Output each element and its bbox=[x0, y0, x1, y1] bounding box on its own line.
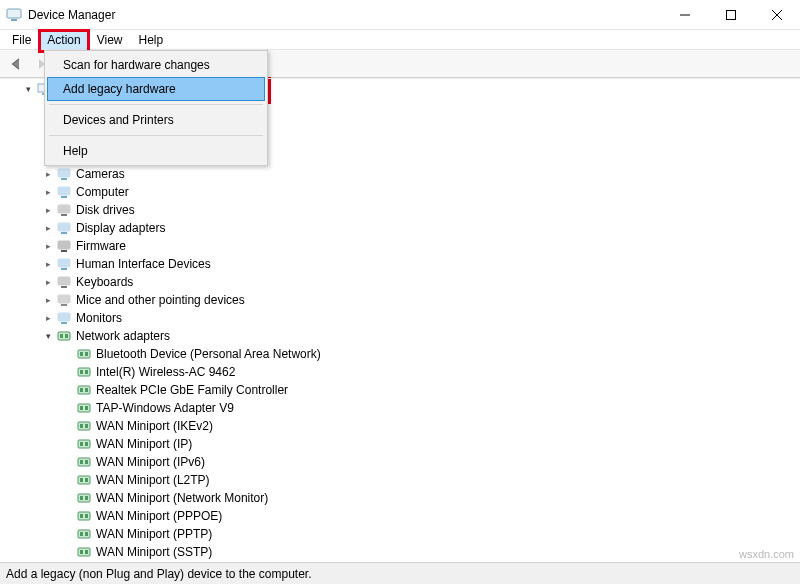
tree-device[interactable]: ▸TAP-Windows Adapter V9 bbox=[0, 399, 800, 417]
svg-rect-19 bbox=[61, 268, 67, 270]
svg-rect-20 bbox=[58, 277, 70, 285]
device-label: TAP-Windows Adapter V9 bbox=[96, 401, 234, 415]
device-label: WAN Miniport (IKEv2) bbox=[96, 419, 213, 433]
svg-rect-43 bbox=[85, 424, 88, 428]
chevron-right-icon[interactable]: ▸ bbox=[42, 240, 54, 252]
svg-rect-30 bbox=[80, 352, 83, 356]
chevron-right-icon[interactable]: ▸ bbox=[42, 294, 54, 306]
tree-category[interactable]: ▸Firmware bbox=[0, 237, 800, 255]
tree-category[interactable]: ▸Disk drives bbox=[0, 201, 800, 219]
device-icon bbox=[56, 220, 72, 236]
tree-device[interactable]: ▸Realtek PCIe GbE Family Controller bbox=[0, 381, 800, 399]
svg-rect-13 bbox=[61, 214, 67, 216]
tree-device[interactable]: ▸Bluetooth Device (Personal Area Network… bbox=[0, 345, 800, 363]
tree-category[interactable]: ▸Human Interface Devices bbox=[0, 255, 800, 273]
chevron-right-icon[interactable]: ▸ bbox=[42, 186, 54, 198]
tree-device[interactable]: ▸Intel(R) Wireless-AC 9462 bbox=[0, 363, 800, 381]
chevron-right-icon[interactable]: ▸ bbox=[42, 204, 54, 216]
tree-category[interactable]: ▸Cameras bbox=[0, 165, 800, 183]
chevron-right-icon[interactable]: ▸ bbox=[42, 258, 54, 270]
svg-rect-48 bbox=[80, 460, 83, 464]
svg-rect-0 bbox=[7, 9, 21, 18]
chevron-down-icon[interactable]: ▾ bbox=[42, 330, 54, 342]
dd-scan-hardware[interactable]: Scan for hardware changes bbox=[47, 53, 265, 77]
network-adapter-icon bbox=[76, 382, 92, 398]
category-label: Human Interface Devices bbox=[76, 257, 211, 271]
svg-rect-8 bbox=[58, 169, 70, 177]
app-icon bbox=[6, 7, 22, 23]
tree-device[interactable]: ▸WAN Miniport (L2TP) bbox=[0, 471, 800, 489]
action-dropdown: Scan for hardware changes Add legacy har… bbox=[44, 50, 268, 166]
tree-device[interactable]: ▸WAN Miniport (PPTP) bbox=[0, 525, 800, 543]
close-button[interactable] bbox=[754, 0, 800, 30]
svg-rect-31 bbox=[85, 352, 88, 356]
tree-category[interactable]: ▸Display adapters bbox=[0, 219, 800, 237]
title-bar: Device Manager bbox=[0, 0, 800, 30]
svg-rect-40 bbox=[85, 406, 88, 410]
chevron-right-icon[interactable]: ▸ bbox=[42, 276, 54, 288]
tree-device[interactable]: ▸WAN Miniport (IKEv2) bbox=[0, 417, 800, 435]
menu-help[interactable]: Help bbox=[131, 30, 172, 49]
device-icon bbox=[56, 274, 72, 290]
device-label: WAN Miniport (SSTP) bbox=[96, 545, 212, 559]
svg-rect-15 bbox=[61, 232, 67, 234]
tree-category[interactable]: ▸Computer bbox=[0, 183, 800, 201]
tree-device[interactable]: ▸WAN Miniport (SSTP) bbox=[0, 543, 800, 561]
svg-rect-24 bbox=[58, 313, 70, 321]
svg-rect-51 bbox=[80, 478, 83, 482]
svg-rect-25 bbox=[61, 322, 67, 324]
svg-rect-38 bbox=[78, 404, 90, 412]
back-button[interactable] bbox=[6, 53, 28, 75]
svg-rect-29 bbox=[78, 350, 90, 358]
tree-category[interactable]: ▸Mice and other pointing devices bbox=[0, 291, 800, 309]
svg-rect-59 bbox=[78, 530, 90, 538]
svg-rect-21 bbox=[61, 286, 67, 288]
tree-device[interactable]: ▸WAN Miniport (Network Monitor) bbox=[0, 489, 800, 507]
tree-category-network[interactable]: ▾Network adapters bbox=[0, 327, 800, 345]
svg-rect-37 bbox=[85, 388, 88, 392]
svg-rect-46 bbox=[85, 442, 88, 446]
chevron-right-icon[interactable]: ▸ bbox=[42, 168, 54, 180]
category-label: Disk drives bbox=[76, 203, 135, 217]
network-adapter-icon bbox=[76, 490, 92, 506]
tree-category[interactable]: ▸Keyboards bbox=[0, 273, 800, 291]
svg-rect-17 bbox=[61, 250, 67, 252]
svg-rect-16 bbox=[58, 241, 70, 249]
svg-rect-32 bbox=[78, 368, 90, 376]
tree-device[interactable]: ▸WAN Miniport (PPPOE) bbox=[0, 507, 800, 525]
dd-add-legacy[interactable]: Add legacy hardware bbox=[47, 77, 265, 101]
device-label: WAN Miniport (IP) bbox=[96, 437, 192, 451]
menu-bar: File Action View Help bbox=[0, 30, 800, 50]
network-adapter-icon bbox=[76, 526, 92, 542]
svg-rect-12 bbox=[58, 205, 70, 213]
category-label: Keyboards bbox=[76, 275, 133, 289]
svg-rect-63 bbox=[80, 550, 83, 554]
device-icon bbox=[56, 256, 72, 272]
chevron-down-icon[interactable]: ▾ bbox=[22, 83, 34, 95]
svg-rect-61 bbox=[85, 532, 88, 536]
network-adapter-icon bbox=[76, 418, 92, 434]
dd-help[interactable]: Help bbox=[47, 139, 265, 163]
window-title: Device Manager bbox=[28, 8, 115, 22]
menu-file[interactable]: File bbox=[4, 30, 39, 49]
svg-rect-39 bbox=[80, 406, 83, 410]
svg-rect-44 bbox=[78, 440, 90, 448]
device-icon bbox=[56, 310, 72, 326]
tree-device[interactable]: ▸WAN Miniport (IPv6) bbox=[0, 453, 800, 471]
minimize-button[interactable] bbox=[662, 0, 708, 30]
svg-rect-33 bbox=[80, 370, 83, 374]
tree-category[interactable]: ▸Monitors bbox=[0, 309, 800, 327]
menu-view[interactable]: View bbox=[89, 30, 131, 49]
device-label: Realtek PCIe GbE Family Controller bbox=[96, 383, 288, 397]
svg-rect-52 bbox=[85, 478, 88, 482]
svg-rect-14 bbox=[58, 223, 70, 231]
chevron-right-icon[interactable]: ▸ bbox=[42, 222, 54, 234]
svg-rect-11 bbox=[61, 196, 67, 198]
dd-devices-printers[interactable]: Devices and Printers bbox=[47, 108, 265, 132]
chevron-right-icon[interactable]: ▸ bbox=[42, 312, 54, 324]
tree-device[interactable]: ▸WAN Miniport (IP) bbox=[0, 435, 800, 453]
menu-action[interactable]: Action bbox=[39, 30, 88, 49]
svg-rect-23 bbox=[61, 304, 67, 306]
dd-separator bbox=[49, 135, 263, 136]
maximize-button[interactable] bbox=[708, 0, 754, 30]
